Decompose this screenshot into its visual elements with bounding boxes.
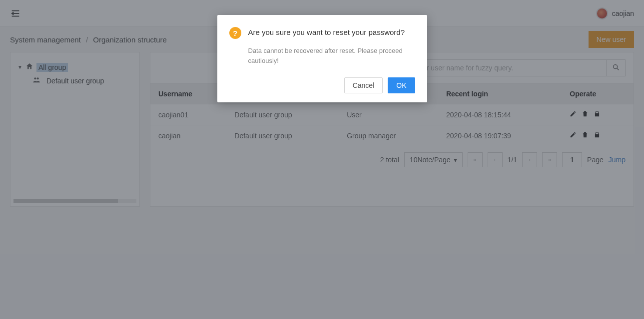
question-icon: ? xyxy=(229,27,241,39)
dialog-title: Are you sure you want to reset your pass… xyxy=(248,27,405,37)
confirm-dialog: ? Are you sure you want to reset your pa… xyxy=(217,15,427,102)
ok-button[interactable]: OK xyxy=(388,77,415,93)
cancel-button[interactable]: Cancel xyxy=(344,77,383,93)
modal-overlay[interactable]: ? Are you sure you want to reset your pa… xyxy=(0,0,644,319)
dialog-body: Data cannot be recovered after reset. Pl… xyxy=(248,46,415,65)
